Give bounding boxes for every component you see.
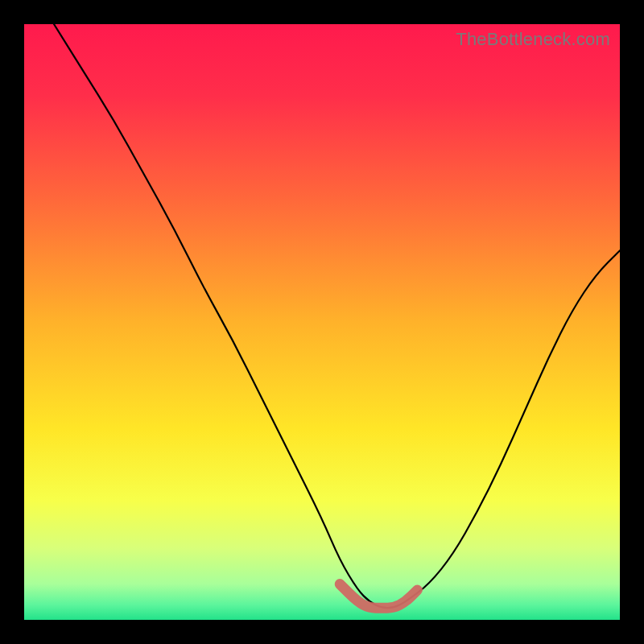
curve-layer: [24, 24, 620, 620]
bottleneck-curve: [54, 24, 620, 608]
plot-area: TheBottleneck.com: [24, 24, 620, 620]
optimal-region-highlight: [340, 584, 417, 609]
chart-frame: TheBottleneck.com: [0, 0, 644, 644]
